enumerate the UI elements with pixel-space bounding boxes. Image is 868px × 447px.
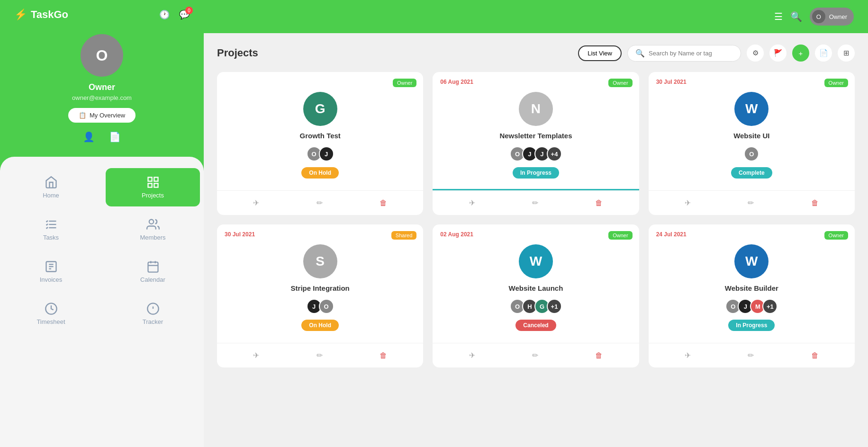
member-avatar: O xyxy=(744,146,759,161)
main-header: ☰ 🔍 O Owner xyxy=(204,0,868,33)
sidebar-item-timesheet[interactable]: Timesheet xyxy=(4,295,98,333)
card-avatar: G xyxy=(303,92,337,126)
app-logo: ⚡ TaskGo xyxy=(14,9,68,21)
sidebar-item-label-tasks: Tasks xyxy=(43,234,59,241)
sidebar-nav: Home Projects Tasks xyxy=(0,157,204,447)
send-icon[interactable]: ✈ xyxy=(467,197,477,209)
svg-rect-0 xyxy=(148,178,152,181)
projects-grid: Owner G Growth Test OJ On Hold ✈ ✏ 🗑 06 … xyxy=(217,72,855,367)
send-icon[interactable]: ✈ xyxy=(683,349,693,362)
grid-button[interactable]: ⊞ xyxy=(838,45,855,62)
search-icon-header[interactable]: 🔍 xyxy=(790,11,802,22)
sidebar-item-label-timesheet: Timesheet xyxy=(36,318,65,325)
sidebar-item-label-invoices: Invoices xyxy=(40,276,63,283)
card-members: OJM+1 xyxy=(725,299,778,314)
chat-icon[interactable]: 💬 0 xyxy=(179,9,190,20)
page-title: Projects xyxy=(217,47,572,59)
status-badge: Complete xyxy=(731,167,772,179)
top-icons: 🕐 💬 0 xyxy=(159,9,190,20)
svg-point-7 xyxy=(149,220,153,224)
project-card: 24 Jul 2021 Owner W Website Builder OJM+… xyxy=(649,224,855,367)
content-toolbar: Projects List View 🔍 ⚙ 🚩 + 📄 ⊞ xyxy=(217,45,855,62)
logo-symbol: ⚡ xyxy=(14,9,27,21)
card-date: 30 Jul 2021 xyxy=(225,231,255,238)
card-badge: Owner xyxy=(393,79,416,87)
edit-icon[interactable]: ✏ xyxy=(530,349,540,362)
sidebar-header: ⚡ TaskGo 🕐 💬 0 xyxy=(0,0,204,29)
card-actions: ✈ ✏ 🗑 xyxy=(649,343,855,367)
user-avatar-large: O xyxy=(81,34,123,77)
delete-icon[interactable]: 🗑 xyxy=(378,197,389,209)
card-date: 06 Aug 2021 xyxy=(440,79,473,85)
card-name: Growth Test xyxy=(299,132,340,140)
delete-icon[interactable]: 🗑 xyxy=(593,349,605,362)
edit-icon[interactable]: ✏ xyxy=(315,197,325,209)
card-name: Website Launch xyxy=(509,284,563,292)
add-button[interactable]: + xyxy=(792,45,809,62)
content-area: Projects List View 🔍 ⚙ 🚩 + 📄 ⊞ Owner G G… xyxy=(204,33,868,447)
card-top: 30 Jul 2021 Shared S Stripe Integration … xyxy=(217,224,423,341)
clock-icon[interactable]: 🕐 xyxy=(159,9,170,20)
list-view-button[interactable]: List View xyxy=(578,45,622,61)
card-name: Website Builder xyxy=(725,284,778,292)
delete-icon[interactable]: 🗑 xyxy=(378,349,389,362)
edit-icon[interactable]: ✏ xyxy=(315,349,325,362)
card-avatar: W xyxy=(734,244,769,278)
user-chip[interactable]: O Owner xyxy=(810,8,854,26)
edit-icon[interactable]: ✏ xyxy=(746,197,756,209)
overview-icon: 📋 xyxy=(79,112,86,119)
app-name: TaskGo xyxy=(31,9,68,21)
sidebar-item-calendar[interactable]: Calendar xyxy=(106,252,200,291)
card-top: 24 Jul 2021 Owner W Website Builder OJM+… xyxy=(649,224,855,341)
card-members: OJ xyxy=(307,146,334,161)
search-box[interactable]: 🔍 xyxy=(627,45,741,62)
svg-rect-2 xyxy=(154,183,158,187)
send-icon[interactable]: ✈ xyxy=(251,197,261,209)
sidebar-item-tracker[interactable]: Tracker xyxy=(106,295,200,333)
extra-members: +4 xyxy=(547,146,562,161)
card-badge: Owner xyxy=(824,231,848,240)
member-avatar: J xyxy=(319,146,334,161)
list-icon[interactable]: 📄 xyxy=(109,131,121,143)
sidebar-item-tasks[interactable]: Tasks xyxy=(4,210,98,249)
card-avatar: N xyxy=(519,92,553,126)
card-name: Website UI xyxy=(733,132,769,140)
card-badge: Shared xyxy=(391,231,416,240)
user-chip-avatar: O xyxy=(812,10,825,23)
card-name: Stripe Integration xyxy=(291,284,350,292)
sidebar-item-home[interactable]: Home xyxy=(4,168,98,206)
user-chip-name: Owner xyxy=(829,13,847,20)
project-card: 30 Jul 2021 Shared S Stripe Integration … xyxy=(217,224,423,367)
user-email: owner@example.com xyxy=(72,94,132,101)
send-icon[interactable]: ✈ xyxy=(683,197,693,209)
card-badge: Owner xyxy=(608,231,632,240)
hamburger-icon[interactable]: ☰ xyxy=(774,11,783,22)
filter-button[interactable]: ⚙ xyxy=(747,45,764,62)
svg-rect-3 xyxy=(148,183,152,187)
edit-icon[interactable]: ✏ xyxy=(746,349,756,362)
sidebar-item-label-tracker: Tracker xyxy=(143,318,163,325)
card-date: 24 Jul 2021 xyxy=(656,231,687,238)
person-icon[interactable]: 👤 xyxy=(83,131,95,143)
export-button[interactable]: 📄 xyxy=(815,45,832,62)
send-icon[interactable]: ✈ xyxy=(467,349,477,362)
flag-button[interactable]: 🚩 xyxy=(769,45,787,62)
card-top: 30 Jul 2021 Owner W Website UI O Complet… xyxy=(649,72,855,189)
sidebar-item-members[interactable]: Members xyxy=(106,210,200,249)
sidebar-item-projects[interactable]: Projects xyxy=(106,168,200,206)
sidebar-top: ⚡ TaskGo 🕐 💬 0 O Owner owner@example.com… xyxy=(0,0,204,157)
card-date: 30 Jul 2021 xyxy=(656,79,687,85)
sidebar-item-invoices[interactable]: Invoices xyxy=(4,252,98,291)
extra-members: +1 xyxy=(547,299,562,314)
send-icon[interactable]: ✈ xyxy=(251,349,261,362)
delete-icon[interactable]: 🗑 xyxy=(809,349,821,362)
card-avatar: W xyxy=(519,244,553,278)
card-actions: ✈ ✏ 🗑 xyxy=(217,190,423,215)
project-card: Owner G Growth Test OJ On Hold ✈ ✏ 🗑 xyxy=(217,72,423,215)
delete-icon[interactable]: 🗑 xyxy=(593,197,605,209)
search-icon: 🔍 xyxy=(635,49,645,58)
search-input[interactable] xyxy=(649,50,733,57)
my-overview-button[interactable]: 📋 My Overview xyxy=(68,108,136,123)
delete-icon[interactable]: 🗑 xyxy=(809,197,821,209)
edit-icon[interactable]: ✏ xyxy=(530,197,540,209)
